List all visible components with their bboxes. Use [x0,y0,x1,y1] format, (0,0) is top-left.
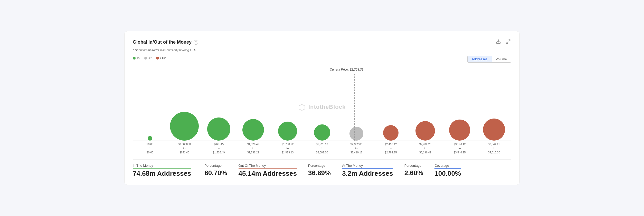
stat-label-pct-at: Percentage [404,164,423,168]
bubble-col-1 [167,74,202,141]
toggle-volume[interactable]: Volume [492,56,511,62]
stat-value-at: 3.2m Addresses [342,170,393,178]
range-7: $2,410.12 to $2,782.25 [374,142,408,154]
header-left: Global In/Out of the Money ? [133,40,198,45]
stat-value-pct-out: 36.69% [308,169,331,177]
range-5: $1,923.13 to $2,302.00 [305,142,339,154]
stat-group-pct-in: Percentage 60.70% [199,164,233,177]
stat-label-pct-out: Percentage [308,164,331,168]
range-8: $2,782.25 to $3,196.42 [408,142,442,154]
bubbles-wrapper: IntotheBlock [133,74,511,141]
legend-label-out: Out [160,56,166,60]
header: Global In/Out of the Money ? [133,38,511,46]
bubble-col-7 [374,74,408,141]
legend: In At Out [133,56,166,60]
bubble-col-10 [477,74,511,141]
range-0: $0.00 to $0.00 [133,142,167,154]
bubble-5 [314,124,330,141]
range-4: $1,738.22 to $1,923.13 [270,142,305,154]
bubble-col-5 [305,74,339,141]
stat-label-out: Out Of The Money [239,164,297,169]
range-labels: $0.00 to $0.00 $0.000000 to $641.45 $641… [133,142,511,154]
subtitle: * Showing all addresses currently holdin… [133,48,511,52]
stat-value-coverage: 100.00% [434,170,461,178]
price-dashed-line [354,74,355,141]
range-3: $1,526.49 to $1,738.22 [236,142,270,154]
bubble-1 [170,112,199,141]
legend-dot-at [144,57,147,60]
stat-group-in: In The Money 74.68m Addresses [133,164,199,178]
range-10: $3,544.25 to $4,816.30 [477,142,511,154]
range-2: $641.45 to $1,526.49 [202,142,236,154]
bubbles-container [133,74,511,141]
legend-at: At [144,56,151,60]
legend-dot-in [133,57,136,60]
main-card: Global In/Out of the Money ? * Showing a… [124,31,520,185]
stat-label-coverage: Coverage [434,164,461,169]
stat-group-out: Out Of The Money 45.14m Addresses [233,164,303,178]
stat-group-pct-out: Percentage 36.69% [303,164,337,177]
stat-value-pct-at: 2.60% [404,169,423,177]
download-button[interactable] [495,38,501,46]
stats-section: In The Money 74.68m Addresses Percentage… [133,159,511,178]
bubble-col-2 [202,74,236,141]
price-label: Current Price: $2,363.31 [330,68,364,71]
range-9: $3,196.42 to $3,544.25 [442,142,477,154]
legend-dot-out [156,57,159,60]
toggle-addresses[interactable]: Addresses [468,56,491,62]
help-icon[interactable]: ? [194,40,198,45]
stat-group-coverage: Coverage 100.00% [429,164,467,178]
bubble-0 [148,136,152,141]
bubble-col-6 [339,74,374,141]
view-toggle: Addresses Volume [467,56,511,63]
bubble-col-0 [133,74,167,141]
chart-area: Current Price: $2,363.31 [133,68,511,154]
page-title: Global In/Out of the Money [133,40,192,45]
bubble-2 [207,117,230,141]
svg-line-1 [509,40,510,41]
range-6: $2,302.00 to $2,410.12 [339,142,374,154]
bubble-3 [242,119,264,141]
stat-value-in: 74.68m Addresses [133,170,191,178]
legend-out: Out [156,56,166,60]
header-right [495,38,511,46]
stat-label-in: In The Money [133,164,191,169]
legend-label-at: At [148,56,151,60]
bubble-7 [383,125,399,141]
expand-button[interactable] [505,38,511,46]
stat-value-out: 45.14m Addresses [239,170,297,178]
bubble-4 [278,122,297,141]
bubble-col-4 [270,74,305,141]
stat-group-at: At The Money 3.2m Addresses [337,164,399,178]
legend-in: In [133,56,140,60]
range-1: $0.000000 to $641.45 [167,142,202,154]
chart-divider [133,141,511,141]
bubble-9 [449,120,470,141]
stat-label-pct-in: Percentage [204,164,227,168]
bubble-6 [349,127,363,141]
bubble-10 [483,119,505,141]
stat-value-pct-in: 60.70% [204,169,227,177]
bubble-col-9 [442,74,477,141]
stat-label-at: At The Money [342,164,393,169]
bubble-8 [415,121,435,141]
bubble-col-3 [236,74,270,141]
bubble-col-8 [408,74,442,141]
legend-label-in: In [137,56,140,60]
stat-group-pct-at: Percentage 2.60% [399,164,430,177]
svg-line-2 [506,42,508,44]
